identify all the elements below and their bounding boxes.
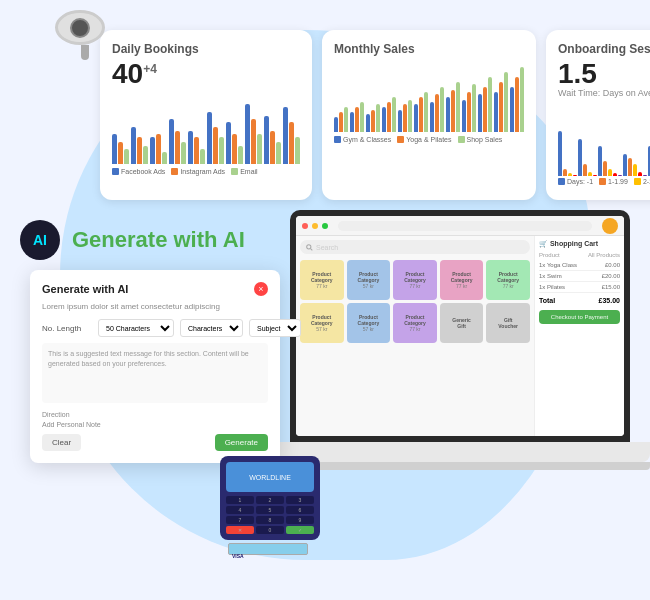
checkout-button[interactable]: Checkout to Payment (539, 310, 620, 324)
daily-bookings-chart (112, 94, 300, 164)
key-2[interactable]: 2 (256, 496, 284, 504)
key-cancel[interactable]: ✕ (226, 526, 254, 534)
modal-subtitle: Lorem ipsum dolor sit amet consectetur a… (42, 302, 268, 311)
laptop-topbar (296, 216, 624, 236)
daily-bookings-value: 40+4 (112, 60, 300, 88)
legend-gym: Gym & Classes (334, 136, 391, 143)
modal-close-button[interactable]: × (254, 282, 268, 296)
cart-item-2: 1x Pilates£15.00 (539, 282, 620, 293)
modal-char-select[interactable]: Characters (180, 319, 243, 337)
modal-subject-select[interactable]: Subject (249, 319, 301, 337)
card-text: VISA (229, 553, 244, 559)
key-8[interactable]: 8 (256, 516, 284, 524)
cart-header: ProductAll Products (539, 252, 620, 258)
pos-search[interactable]: Search (300, 240, 530, 254)
onboarding-legend: Days: -1 1-1.99 2-2.99 (558, 178, 650, 185)
pos-grid: ProductCategory 77 kr ProductCategory 57… (300, 260, 530, 343)
onboarding-subtitle: Wait Time: Days on Average (558, 88, 650, 98)
pos-item-5[interactable]: ProductCategory 57 kr (300, 303, 344, 343)
key-6[interactable]: 6 (286, 506, 314, 514)
user-avatar (602, 218, 618, 234)
legend-shop: Shop Sales (458, 136, 503, 143)
laptop-display: Search ProductCategory 77 kr ProductCate… (296, 216, 624, 436)
legend-email: Email (231, 168, 258, 175)
pos-terminal: WORLDLINE 1 2 3 4 5 6 7 8 9 ✕ 0 ✓ VISA (220, 456, 320, 540)
laptop-foot (270, 462, 650, 470)
security-camera (55, 10, 115, 60)
legend-days-1: Days: -1 (558, 178, 593, 185)
search-icon (306, 244, 313, 251)
key-enter[interactable]: ✓ (286, 526, 314, 534)
monthly-sales-legend: Gym & Classes Yoga & Pilates Shop Sales (334, 136, 524, 143)
daily-bookings-card: Daily Bookings 40+4 Facebook Ads Instagr… (100, 30, 312, 200)
expand-dot (322, 223, 328, 229)
key-7[interactable]: 7 (226, 516, 254, 524)
svg-point-0 (307, 244, 311, 248)
legend-days-3: 2-2.99 (634, 178, 650, 185)
cart-title: 🛒 Shopping Cart (539, 240, 620, 248)
legend-days-2: 1-1.99 (599, 178, 628, 185)
search-placeholder: Search (316, 244, 338, 251)
laptop-screen: Search ProductCategory 77 kr ProductCate… (290, 210, 630, 442)
legend-yoga: Yoga & Pilates (397, 136, 451, 143)
laptop-base-bar (270, 442, 650, 462)
pos-item-7[interactable]: ProductCategory 77 kr (393, 303, 437, 343)
ai-badge[interactable]: AI (20, 220, 60, 260)
modal-length-row: No. Length 50 Characters 100 Characters … (42, 319, 268, 337)
clear-button[interactable]: Clear (42, 434, 81, 451)
monthly-sales-chart (334, 62, 524, 132)
laptop: Search ProductCategory 77 kr ProductCate… (270, 210, 650, 470)
monthly-sales-card: Monthly Sales Gym & Classes Yoga & Pilat… (322, 30, 536, 200)
cart-item-1: 1x Swim£20.00 (539, 271, 620, 282)
modal-direction: Direction (42, 411, 268, 418)
ai-section: AI Generate with AI (20, 220, 245, 260)
pos-item-0[interactable]: ProductCategory 77 kr (300, 260, 344, 300)
modal-title: Generate with AI (42, 283, 128, 295)
modal-length-select[interactable]: 50 Characters 100 Characters 200 Charact… (98, 319, 174, 337)
pos-item-4[interactable]: ProductCategory 77 kr (486, 260, 530, 300)
key-3[interactable]: 3 (286, 496, 314, 504)
camera-body (55, 10, 105, 45)
onboarding-value: 1.5 (558, 60, 650, 88)
card-slot: VISA (228, 543, 308, 555)
minimize-dot (312, 223, 318, 229)
pos-layout: Search ProductCategory 77 kr ProductCate… (296, 236, 624, 436)
generate-button[interactable]: Generate (215, 434, 268, 451)
onboarding-title: Onboarding Session (558, 42, 650, 56)
pos-cart: 🛒 Shopping Cart ProductAll Products 1x Y… (534, 236, 624, 436)
modal-personal-note: Add Personal Note (42, 421, 268, 428)
onboarding-card: Onboarding Session 1.5 Wait Time: Days o… (546, 30, 650, 200)
ai-modal: Generate with AI × Lorem ipsum dolor sit… (30, 270, 280, 463)
terminal-keypad: 1 2 3 4 5 6 7 8 9 ✕ 0 ✓ (226, 496, 314, 534)
terminal-body: WORLDLINE 1 2 3 4 5 6 7 8 9 ✕ 0 ✓ (220, 456, 320, 540)
onboarding-chart (558, 106, 650, 176)
cart-total: Total £35.00 (539, 297, 620, 304)
key-0[interactable]: 0 (256, 526, 284, 534)
daily-bookings-title: Daily Bookings (112, 42, 300, 56)
key-9[interactable]: 9 (286, 516, 314, 524)
pos-item-voucher[interactable]: GiftVoucher (486, 303, 530, 343)
pos-item-2[interactable]: ProductCategory 77 kr (393, 260, 437, 300)
close-dot (302, 223, 308, 229)
key-5[interactable]: 5 (256, 506, 284, 514)
modal-content-area: This is a suggested text message for thi… (42, 343, 268, 403)
key-1[interactable]: 1 (226, 496, 254, 504)
modal-content-text: This is a suggested text message for thi… (48, 349, 262, 369)
pos-products: Search ProductCategory 77 kr ProductCate… (296, 236, 534, 436)
key-4[interactable]: 4 (226, 506, 254, 514)
daily-bookings-legend: Facebook Ads Instagram Ads Email (112, 168, 300, 175)
pos-item-3[interactable]: ProductCategory 77 kr (440, 260, 484, 300)
address-bar (338, 221, 592, 231)
svg-line-1 (311, 248, 313, 250)
modal-length-label: No. Length (42, 324, 92, 333)
pos-item-1[interactable]: ProductCategory 57 kr (347, 260, 391, 300)
legend-facebook: Facebook Ads (112, 168, 165, 175)
pos-item-generic[interactable]: GenericGift (440, 303, 484, 343)
pos-item-6[interactable]: ProductCategory 57 kr (347, 303, 391, 343)
cart-item-0: 1x Yoga Class£0.00 (539, 260, 620, 271)
daily-bookings-suffix: +4 (143, 62, 157, 76)
camera-lens (70, 18, 90, 38)
legend-instagram: Instagram Ads (171, 168, 225, 175)
terminal-screen: WORLDLINE (226, 462, 314, 492)
ai-label: Generate with AI (72, 227, 245, 253)
